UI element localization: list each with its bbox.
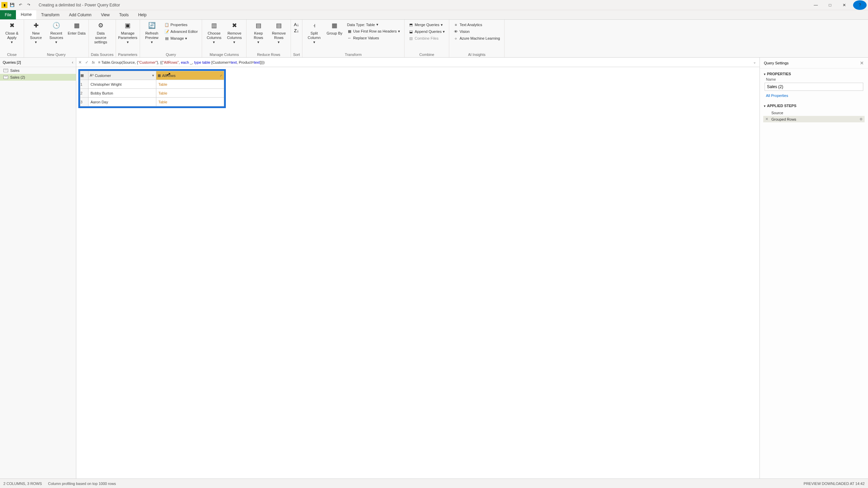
remove-rows-button[interactable]: ▤Remove Rows ▾: [269, 20, 289, 49]
close-apply-icon: ✖: [8, 22, 16, 30]
properties-section: ▾PROPERTIES: [760, 68, 868, 77]
tab-home[interactable]: Home: [16, 10, 36, 19]
help-icon[interactable]: ?: [853, 0, 867, 10]
chevron-down-icon[interactable]: ▾: [764, 73, 766, 76]
tab-transform[interactable]: Transform: [36, 10, 64, 19]
query-item-sales2[interactable]: Sales (2): [0, 74, 76, 81]
keep-rows-button[interactable]: ▤Keep Rows ▾: [249, 20, 268, 49]
table-header-row: ▦ AᴮCustomer▼ ▦AllRows⤢: [80, 71, 224, 80]
close-button[interactable]: ✕: [837, 0, 851, 10]
formula-expand-icon[interactable]: ⌄: [753, 60, 756, 64]
step-source[interactable]: Source: [763, 110, 865, 116]
manage-parameters-button[interactable]: ▣Manage Parameters ▾: [118, 20, 138, 49]
vision-button[interactable]: 👁Vision: [452, 28, 501, 35]
ribbon-group-reducerows: ▤Keep Rows ▾ ▤Remove Rows ▾ Reduce Rows: [246, 20, 291, 57]
new-source-button[interactable]: ✚New Source ▾: [26, 20, 46, 49]
row-number: 3: [80, 98, 88, 106]
azure-ml-label: Azure Machine Learning: [459, 36, 500, 40]
collapse-icon[interactable]: ‹: [72, 60, 73, 65]
parameters-icon: ▣: [124, 22, 132, 30]
gear-icon[interactable]: ⚙: [860, 117, 863, 121]
window-title: Creating a delimited list - Power Query …: [39, 3, 120, 7]
split-column-button[interactable]: ⫞Split Column ▾: [304, 20, 324, 49]
cell-customer[interactable]: Bobby Burton: [88, 89, 156, 98]
azure-ml-button[interactable]: ⟐Azure Machine Learning: [452, 35, 501, 41]
cell-customer[interactable]: Christopher Wright: [88, 80, 156, 89]
text-analytics-button[interactable]: ≡Text Analytics: [452, 22, 501, 28]
row-number: 2: [80, 89, 88, 98]
center-pane: ✕ ✓ fx = Table.Group(Source, {"Customer"…: [76, 58, 760, 479]
properties-button[interactable]: 📋Properties: [163, 22, 199, 28]
chevron-down-icon[interactable]: ▼: [152, 74, 155, 77]
step-grouped-rows[interactable]: ✕ Grouped Rows ⚙: [763, 116, 865, 122]
name-input[interactable]: [765, 83, 863, 91]
column-header-allrows[interactable]: ▦AllRows⤢: [156, 71, 224, 80]
maximize-button[interactable]: □: [823, 0, 837, 10]
close-icon[interactable]: ✕: [860, 60, 864, 66]
cell-table-link[interactable]: Table: [156, 98, 224, 106]
remove-columns-button[interactable]: ✖Remove Columns ▾: [224, 20, 244, 49]
merge-queries-button[interactable]: ⬒Merge Queries ▾: [407, 22, 447, 28]
data-source-settings-button[interactable]: ⚙Data source settings: [91, 20, 111, 49]
table-row[interactable]: 1 Christopher Wright Table: [80, 80, 224, 89]
step-delete-icon[interactable]: ✕: [765, 117, 769, 121]
formula-input[interactable]: = Table.Group(Source, {"Customer"}, {{"A…: [98, 60, 750, 65]
replace-values-button[interactable]: ↔Replace Values: [346, 35, 401, 41]
refresh-preview-label: Refresh Preview: [143, 31, 161, 40]
advanced-editor-button[interactable]: 📝Advanced Editor: [163, 28, 199, 35]
choose-columns-icon: ▥: [210, 22, 218, 30]
cell-table-link[interactable]: Table: [156, 80, 224, 89]
undo-icon[interactable]: ↶: [17, 2, 24, 8]
data-type-button[interactable]: Data Type: Table ▾: [346, 22, 401, 27]
manage-label: Manage: [171, 36, 184, 40]
choose-columns-button[interactable]: ▥Choose Columns ▾: [204, 20, 224, 49]
combine-files-button[interactable]: ▧Combine Files: [407, 35, 447, 41]
enter-data-icon: ▦: [73, 22, 81, 30]
formula-text: [Customer=: [210, 60, 231, 64]
table-row[interactable]: 2 Bobby Burton Table: [80, 89, 224, 98]
redo-icon[interactable]: ↷: [25, 2, 32, 8]
manage-button[interactable]: ▤Manage ▾: [163, 35, 199, 41]
recent-sources-button[interactable]: 🕓Recent Sources ▾: [46, 20, 66, 49]
cell-table-link[interactable]: Table: [156, 89, 224, 98]
queries-title: Queries [2]: [3, 60, 21, 64]
column-header-customer[interactable]: AᴮCustomer▼: [88, 71, 156, 80]
sort-asc-button[interactable]: A↓: [294, 22, 299, 27]
row-number: 1: [80, 80, 88, 89]
sort-desc-button[interactable]: Z↓: [294, 28, 299, 33]
expand-icon[interactable]: ⤢: [220, 74, 222, 77]
formula-cancel-icon[interactable]: ✕: [78, 60, 82, 65]
close-apply-button[interactable]: ✖ Close & Apply ▾: [2, 20, 22, 49]
chevron-down-icon[interactable]: ▾: [764, 104, 766, 108]
table-row[interactable]: 3 Aaron Day Table: [80, 98, 224, 106]
tab-tools[interactable]: Tools: [114, 10, 133, 19]
minimize-button[interactable]: —: [809, 0, 823, 10]
properties-label: Properties: [171, 23, 188, 27]
refresh-preview-button[interactable]: 🔄Refresh Preview ▾: [142, 20, 162, 49]
tab-help[interactable]: Help: [133, 10, 151, 19]
group-by-button[interactable]: ▦Group By: [325, 20, 344, 49]
query-item-sales[interactable]: Sales: [0, 67, 76, 74]
rownum-header[interactable]: ▦: [80, 71, 88, 80]
group-label-combine: Combine: [407, 52, 447, 57]
tab-view[interactable]: View: [96, 10, 115, 19]
group-label-transform: Transform: [304, 52, 402, 57]
formula-commit-icon[interactable]: ✓: [85, 60, 88, 65]
tab-add-column[interactable]: Add Column: [64, 10, 96, 19]
append-queries-button[interactable]: ⬓Append Queries ▾: [407, 28, 447, 35]
enter-data-button[interactable]: ▦Enter Data: [67, 20, 86, 49]
editor-icon: 📝: [164, 29, 169, 34]
first-row-headers-button[interactable]: ▦Use First Row as Headers ▾: [346, 28, 401, 34]
all-properties-link[interactable]: All Properties: [760, 92, 868, 100]
cell-customer[interactable]: Aaron Day: [88, 98, 156, 106]
formula-text: text: [254, 60, 260, 64]
group-label-sort: Sort: [293, 52, 300, 57]
save-icon[interactable]: 💾: [9, 2, 16, 8]
settings-header: Query Settings ✕: [760, 58, 868, 68]
headers-icon: ▦: [347, 29, 352, 34]
data-source-settings-label: Data source settings: [92, 31, 110, 45]
close-apply-label: Close & Apply: [3, 31, 21, 40]
table-type-icon: ▦: [158, 74, 161, 77]
query-settings-pane: Query Settings ✕ ▾PROPERTIES Name All Pr…: [760, 58, 868, 479]
file-tab[interactable]: File: [0, 10, 16, 19]
